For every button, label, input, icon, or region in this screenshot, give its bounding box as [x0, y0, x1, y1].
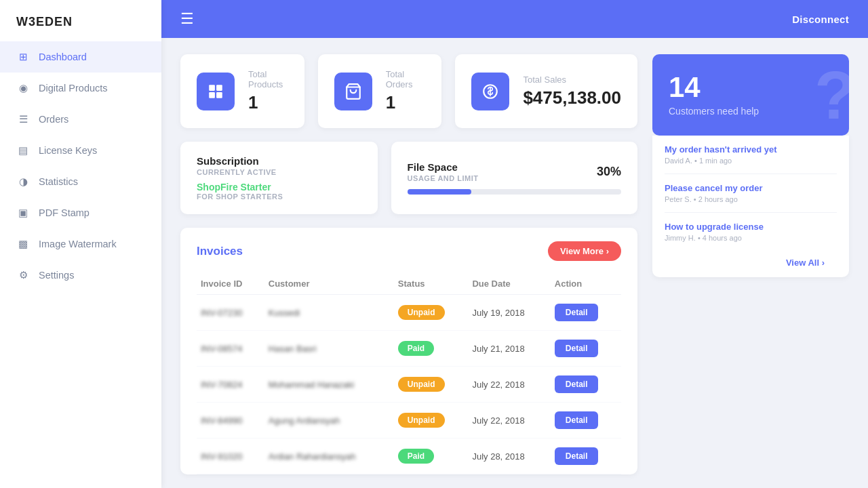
orders-label: Total Orders — [386, 69, 426, 89]
status-badge: Unpaid — [394, 295, 469, 331]
due-date: July 22, 2018 — [468, 367, 550, 403]
status-pill: Paid — [398, 449, 434, 464]
digital-products-icon: ◉ — [16, 81, 30, 95]
logo: W3EDEN — [0, 0, 161, 41]
sales-label: Total Sales — [523, 75, 621, 85]
action-cell: Detail — [551, 331, 621, 367]
list-item[interactable]: Please cancel my order Peter S. • 2 hour… — [665, 174, 837, 213]
stat-card-orders: Total Orders 1 — [318, 54, 442, 128]
due-date: July 21, 2018 — [468, 331, 550, 367]
detail-button[interactable]: Detail — [555, 375, 599, 393]
sidebar-item-statistics[interactable]: ◑ Statistics — [0, 166, 161, 197]
sidebar-item-dashboard[interactable]: ⊞ Dashboard — [0, 41, 161, 73]
main-panel: ☰ Disconnect Total Products 1 — [161, 0, 868, 488]
list-item[interactable]: How to upgrade license Jimmy H. • 4 hour… — [665, 213, 837, 251]
table-row: INV-84990 Agung Ardiansyah Unpaid July 2… — [197, 403, 621, 439]
help-count: 14 — [669, 73, 833, 102]
sidebar-item-image-watermark[interactable]: ▩ Image Watermark — [0, 228, 161, 260]
sales-value: $475,138.00 — [523, 87, 621, 108]
action-cell: Detail — [551, 367, 621, 403]
settings-icon: ⚙ — [16, 268, 30, 282]
detail-button[interactable]: Detail — [555, 340, 599, 357]
invoice-id[interactable]: INV-08574 — [197, 331, 264, 367]
invoice-table: Invoice ID Customer Status Due Date Acti… — [197, 273, 621, 474]
invoices-title: Invoices — [197, 245, 243, 258]
dashboard-icon: ⊞ — [16, 50, 30, 64]
sub-title: Subscription — [197, 155, 361, 167]
sidebar-item-label: License Keys — [39, 145, 97, 156]
col-due-date: Due Date — [468, 273, 550, 295]
col-customer: Customer — [264, 273, 394, 295]
sidebar-item-label: Statistics — [39, 176, 78, 187]
license-icon: ▤ — [16, 144, 30, 157]
detail-button[interactable]: Detail — [555, 411, 599, 429]
stat-info-products: Total Products 1 — [248, 69, 288, 113]
products-label: Total Products — [248, 69, 288, 89]
orders-icon-box — [334, 73, 372, 110]
products-icon-box — [197, 73, 235, 110]
sidebar: W3EDEN ⊞ Dashboard ◉ Digital Products ☰ … — [0, 0, 161, 488]
help-msg-title: How to upgrade license — [665, 222, 837, 232]
fs-status: USAGE AND LIMIT — [408, 174, 479, 182]
list-item[interactable]: My order hasn't arrived yet David A. • 1… — [665, 136, 837, 174]
sidebar-nav: ⊞ Dashboard ◉ Digital Products ☰ Orders … — [0, 41, 161, 291]
status-badge: Paid — [394, 439, 469, 474]
sidebar-item-pdf-stamp[interactable]: ▣ PDF Stamp — [0, 197, 161, 228]
svg-rect-0 — [209, 85, 215, 91]
sidebar-item-digital-products[interactable]: ◉ Digital Products — [0, 73, 161, 104]
fs-bar-background — [408, 189, 621, 195]
fs-header: File Space USAGE AND LIMIT 30% — [408, 161, 621, 182]
view-more-button[interactable]: View More › — [548, 241, 621, 261]
fs-title-group: File Space USAGE AND LIMIT — [408, 161, 479, 182]
due-date: July 28, 2018 — [468, 439, 550, 474]
sidebar-item-label: Dashboard — [39, 52, 87, 62]
detail-button[interactable]: Detail — [555, 447, 599, 465]
customer-name: Kussedi — [264, 295, 394, 331]
status-pill: Unpaid — [398, 305, 445, 320]
detail-button[interactable]: Detail — [555, 304, 599, 321]
sales-icon-box — [471, 73, 509, 110]
help-msg-meta: David A. • 1 min ago — [665, 157, 837, 165]
stat-card-products: Total Products 1 — [180, 54, 304, 128]
invoice-id[interactable]: INV-07230 — [197, 295, 264, 331]
topbar: ☰ Disconnect — [161, 0, 868, 38]
help-messages: My order hasn't arrived yet David A. • 1… — [652, 136, 849, 277]
hamburger-icon[interactable]: ☰ — [180, 10, 194, 28]
invoice-id[interactable]: INV-91020 — [197, 439, 264, 474]
sidebar-item-label: Orders — [39, 114, 68, 125]
sidebar-item-license-keys[interactable]: ▤ License Keys — [0, 135, 161, 166]
sidebar-item-orders[interactable]: ☰ Orders — [0, 104, 161, 135]
customer-name: Agung Ardiansyah — [264, 403, 394, 439]
right-panel: 14 Customers need help ? My order hasn't… — [652, 54, 849, 488]
status-badge: Unpaid — [394, 403, 469, 439]
pdf-stamp-icon: ▣ — [16, 206, 30, 220]
left-panel: Total Products 1 Total Orders 1 — [180, 54, 637, 488]
table-row: INV-91020 Ardian Rahardiansyah Paid July… — [197, 439, 621, 474]
col-status: Status — [394, 273, 469, 295]
table-row: INV-70824 Mohammad Hanazaki Unpaid July … — [197, 367, 621, 403]
help-msg-meta: Jimmy H. • 4 hours ago — [665, 234, 837, 242]
subscription-card: Subscription CURRENTLY ACTIVE ShopFire S… — [180, 142, 378, 214]
status-badge: Unpaid — [394, 367, 469, 403]
disconnect-button[interactable]: Disconnect — [792, 14, 849, 25]
sub-plan: ShopFire Starter — [197, 182, 361, 192]
invoice-id[interactable]: INV-84990 — [197, 403, 264, 439]
info-row: Subscription CURRENTLY ACTIVE ShopFire S… — [180, 142, 637, 214]
invoice-id[interactable]: INV-70824 — [197, 367, 264, 403]
status-pill: Unpaid — [398, 377, 445, 392]
fs-title: File Space — [408, 161, 479, 173]
filespace-card: File Space USAGE AND LIMIT 30% — [391, 142, 637, 214]
statistics-icon: ◑ — [16, 175, 30, 188]
help-card: 14 Customers need help ? — [652, 54, 849, 136]
customer-name: Mohammad Hanazaki — [264, 367, 394, 403]
stats-row: Total Products 1 Total Orders 1 — [180, 54, 637, 128]
products-value: 1 — [248, 92, 288, 113]
action-cell: Detail — [551, 403, 621, 439]
invoices-card: Invoices View More › Invoice ID Customer… — [180, 228, 637, 474]
sidebar-item-settings[interactable]: ⚙ Settings — [0, 260, 161, 291]
help-msg-title: My order hasn't arrived yet — [665, 144, 837, 155]
view-all-button[interactable]: View All › — [786, 258, 825, 268]
sidebar-item-label: Digital Products — [39, 83, 108, 94]
action-cell: Detail — [551, 439, 621, 474]
stat-info-orders: Total Orders 1 — [386, 69, 426, 113]
